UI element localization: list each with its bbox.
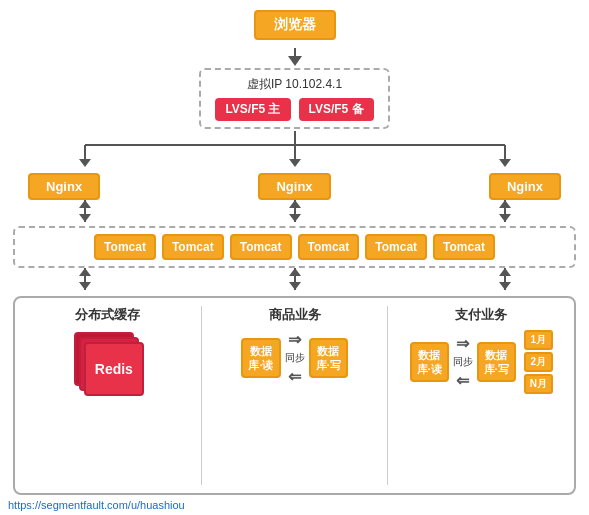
divider-1 (201, 306, 202, 485)
month-2-box: 2月 (524, 352, 553, 372)
nginx-box-3: Nginx (489, 173, 561, 200)
svg-marker-19 (79, 282, 91, 290)
month-stack: 1月 2月 N月 (524, 330, 553, 394)
cache-title: 分布式缓存 (75, 306, 140, 324)
tomcat-box-4: Tomcat (298, 234, 360, 260)
divider-2 (387, 306, 388, 485)
arrow-line (294, 48, 296, 56)
goods-db-read: 数据库·读 (241, 338, 280, 379)
tomcat-box-2: Tomcat (162, 234, 224, 260)
svg-marker-15 (499, 200, 511, 208)
arrow-down (288, 56, 302, 66)
footer-link[interactable]: https://segmentfault.com/u/huashiou (8, 499, 185, 511)
architecture-diagram: 浏览器 虚拟IP 10.102.4.1 LVS/F5 主 LVS/F5 备 Ng… (0, 0, 589, 515)
nginx-box-2: Nginx (258, 173, 330, 200)
payment-sync-right-arrow: ⇒ (456, 334, 469, 353)
lvs-nginx-connectors (10, 131, 580, 167)
tomcat-service-connectors (10, 268, 580, 290)
svg-marker-10 (79, 214, 91, 222)
payment-sync-label: 同步 (453, 355, 473, 369)
tomcat-container: Tomcat Tomcat Tomcat Tomcat Tomcat Tomca… (13, 226, 576, 268)
goods-db-write: 数据库·写 (309, 338, 348, 379)
lvs-backup-button: LVS/F5 备 (299, 98, 374, 121)
tomcat-box-6: Tomcat (433, 234, 495, 260)
svg-marker-21 (289, 268, 301, 276)
nginx-row: Nginx Nginx Nginx (8, 173, 581, 200)
payment-title: 支付业务 (455, 306, 507, 324)
svg-marker-13 (289, 214, 301, 222)
vip-label: 虚拟IP 10.102.4.1 (215, 76, 373, 93)
nginx-tomcat-connectors (10, 200, 580, 222)
goods-db-sync-row: 数据库·读 ⇒ 同步 ⇐ 数据库·写 (241, 330, 347, 386)
svg-marker-12 (289, 200, 301, 208)
goods-sync-label: 同步 (285, 351, 305, 365)
redis-card-front: Redis (84, 342, 144, 396)
browser-box: 浏览器 (254, 10, 336, 40)
payment-service-block: 支付业务 数据库·读 ⇒ 同步 ⇐ 数据库·写 1月 2月 N月 (396, 306, 566, 485)
month-1-box: 1月 (524, 330, 553, 350)
service-row: 分布式缓存 Redis 商品业务 数据库·读 ⇒ 同步 ⇐ 数据库·写 (13, 296, 576, 495)
redis-stack: Redis (72, 330, 144, 400)
nginx-box-1: Nginx (28, 173, 100, 200)
svg-marker-22 (289, 282, 301, 290)
month-n-box: N月 (524, 374, 553, 394)
svg-marker-7 (499, 159, 511, 167)
tomcat-box-1: Tomcat (94, 234, 156, 260)
svg-marker-24 (499, 268, 511, 276)
payment-db-read: 数据库·读 (410, 342, 449, 383)
goods-title: 商品业务 (269, 306, 321, 324)
vip-buttons: LVS/F5 主 LVS/F5 备 (215, 98, 373, 121)
lvs-primary-button: LVS/F5 主 (215, 98, 290, 121)
payment-db-sync-row: 数据库·读 ⇒ 同步 ⇐ 数据库·写 1月 2月 N月 (410, 330, 553, 394)
svg-marker-5 (289, 159, 301, 167)
payment-sync-left-arrow: ⇐ (456, 371, 469, 390)
svg-marker-9 (79, 200, 91, 208)
goods-sync-right-arrow: ⇒ (288, 330, 301, 349)
vip-container: 虚拟IP 10.102.4.1 LVS/F5 主 LVS/F5 备 (199, 68, 389, 129)
tomcat-box-3: Tomcat (230, 234, 292, 260)
payment-db-write: 数据库·写 (477, 342, 516, 383)
svg-marker-25 (499, 282, 511, 290)
svg-marker-3 (79, 159, 91, 167)
tomcat-box-5: Tomcat (365, 234, 427, 260)
svg-marker-18 (79, 268, 91, 276)
goods-sync-left-arrow: ⇐ (288, 367, 301, 386)
cache-service-block: 分布式缓存 Redis (23, 306, 193, 485)
goods-service-block: 商品业务 数据库·读 ⇒ 同步 ⇐ 数据库·写 (210, 306, 380, 485)
svg-marker-16 (499, 214, 511, 222)
